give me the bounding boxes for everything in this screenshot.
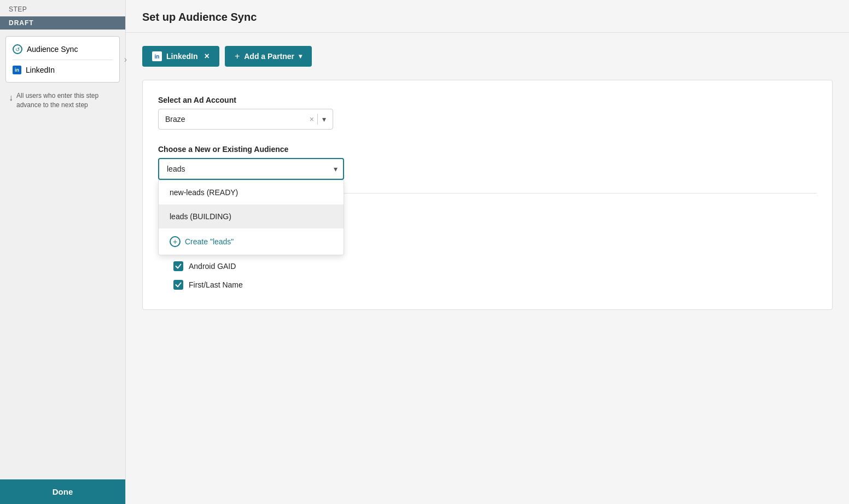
- audience-input[interactable]: [158, 158, 344, 180]
- audience-dropdown-menu: new-leads (READY) leads (BUILDING) + Cre…: [158, 180, 344, 255]
- first-last-name-checkmark-icon: [175, 282, 182, 288]
- page-title: Set up Audience Sync: [142, 11, 833, 24]
- main-header: Set up Audience Sync: [126, 0, 849, 33]
- android-gaid-checkbox[interactable]: [173, 261, 183, 271]
- audience-sync-label: Audience Sync: [27, 45, 78, 54]
- step-label: Step: [0, 0, 125, 16]
- main-content: Set up Audience Sync in LinkedIn × + Add…: [126, 0, 849, 504]
- create-plus-icon: +: [170, 236, 181, 247]
- audience-dropdown-wrapper: ▾ new-leads (READY) leads (BUILDING) + C…: [158, 158, 344, 180]
- audience-sync-row: ↺ Audience Sync: [13, 42, 113, 56]
- dropdown-item-label-0: new-leads (READY): [170, 188, 238, 197]
- dropdown-item-0[interactable]: new-leads (READY): [159, 180, 344, 204]
- ad-account-divider: [317, 114, 318, 125]
- add-partner-label: Add a Partner: [244, 52, 294, 61]
- draft-badge: DRAFT: [0, 16, 125, 30]
- linkedin-close-icon[interactable]: ×: [205, 51, 210, 61]
- add-partner-chevron-icon: ▾: [299, 52, 302, 60]
- sidebar: Step DRAFT ↺ Audience Sync in LinkedIn ›…: [0, 0, 126, 504]
- sync-icon: ↺: [13, 44, 22, 54]
- done-button[interactable]: Done: [0, 479, 125, 504]
- advance-text-wrapper: ↓ All users who enter this step advance …: [0, 89, 125, 119]
- audience-section-label: Choose a New or Existing Audience: [158, 145, 817, 154]
- sidebar-card: ↺ Audience Sync in LinkedIn ›: [5, 36, 120, 83]
- linkedin-icon-sm: in: [13, 66, 21, 74]
- create-audience-button[interactable]: + Create "leads": [159, 228, 344, 255]
- first-last-name-label: First/Last Name: [189, 280, 243, 289]
- main-body: in LinkedIn × + Add a Partner ▾ Select a…: [126, 33, 849, 323]
- add-partner-plus-icon: +: [235, 51, 240, 61]
- linkedin-row: in LinkedIn: [13, 63, 113, 77]
- android-gaid-label: Android GAID: [189, 262, 236, 271]
- ad-account-label: Select an Ad Account: [158, 96, 817, 104]
- first-last-name-row[interactable]: First/Last Name: [158, 276, 817, 294]
- android-gaid-checkmark-icon: [175, 263, 182, 269]
- first-last-name-checkbox[interactable]: [173, 280, 183, 290]
- down-arrow-icon: ↓: [9, 92, 13, 104]
- linkedin-icon-white: in: [152, 51, 162, 61]
- dropdown-item-label-1: leads (BUILDING): [170, 212, 231, 221]
- ad-account-chevron-icon[interactable]: ▾: [322, 115, 326, 124]
- android-gaid-row[interactable]: Android GAID: [158, 257, 817, 276]
- main-card: Select an Ad Account Braze × ▾ Choose a …: [142, 80, 833, 310]
- ad-account-value: Braze: [165, 115, 310, 124]
- linkedin-sidebar-label: LinkedIn: [26, 66, 55, 74]
- partner-buttons-row: in LinkedIn × + Add a Partner ▾: [142, 46, 833, 67]
- linkedin-partner-button[interactable]: in LinkedIn ×: [142, 46, 219, 67]
- linkedin-button-label: LinkedIn: [166, 52, 198, 61]
- create-audience-label: Create "leads": [185, 237, 234, 246]
- audience-section: Choose a New or Existing Audience ▾ new-…: [158, 145, 817, 180]
- dropdown-item-1[interactable]: leads (BUILDING): [159, 204, 344, 228]
- advance-text: All users who enter this step advance to…: [16, 91, 117, 110]
- ad-account-select[interactable]: Braze × ▾: [158, 109, 333, 130]
- add-partner-button[interactable]: + Add a Partner ▾: [225, 46, 312, 67]
- sidebar-card-arrow: ›: [124, 55, 127, 65]
- ad-account-clear-icon[interactable]: ×: [310, 115, 314, 124]
